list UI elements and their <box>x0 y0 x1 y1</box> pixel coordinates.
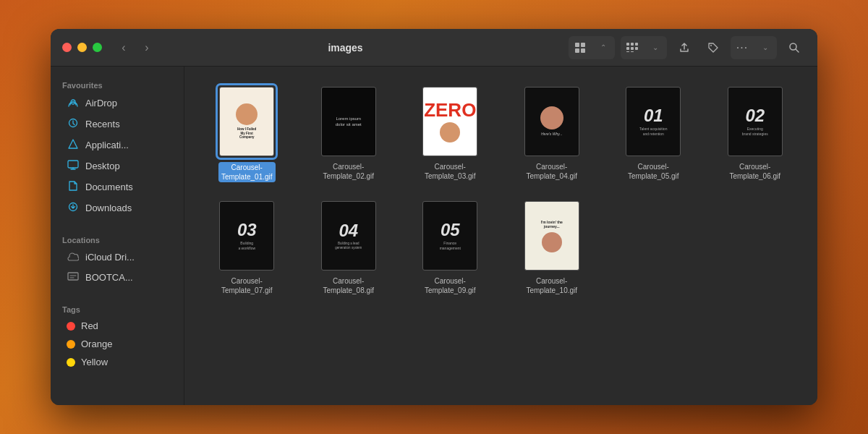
window-body: Favourites AirDrop <box>51 67 817 405</box>
traffic-lights <box>62 43 102 52</box>
file-thumbnail-wrapper-6: 02 Executingbrand strategies <box>726 85 784 158</box>
airdrop-icon <box>67 96 80 110</box>
yellow-tag-dot <box>67 358 75 367</box>
downloads-label: Downloads <box>85 203 132 213</box>
svg-rect-2 <box>575 48 579 53</box>
applications-label: Applicati... <box>85 140 129 150</box>
file-item-8[interactable]: 04 Building a leadgeneration system Caro… <box>301 195 397 299</box>
file-item-1[interactable]: How I FailedMy FirstCompany Carousel-Tem… <box>199 81 295 187</box>
file-item-6[interactable]: 02 Executingbrand strategies Carousel-Te… <box>707 81 804 187</box>
gallery-chevron-button[interactable]: ⌄ <box>644 36 667 59</box>
file-item-7[interactable]: 03 Buildinga workflow Carousel-Template_… <box>199 195 295 299</box>
svg-rect-9 <box>635 47 638 50</box>
gallery-button[interactable] <box>621 36 644 59</box>
sidebar-item-downloads[interactable]: Downloads <box>55 197 179 218</box>
tags-header: Tags <box>51 299 184 317</box>
view-chevron-button[interactable]: ⌃ <box>592 36 615 59</box>
orange-tag-label: Orange <box>81 339 112 349</box>
more-button[interactable]: ··· <box>731 36 754 59</box>
documents-icon <box>67 180 80 194</box>
red-tag-dot <box>67 322 75 331</box>
sidebar-item-bootcamp[interactable]: BOOTCA... <box>55 267 179 288</box>
bootcamp-icon <box>67 271 80 284</box>
file-thumbnail-wrapper-7: 03 Buildinga workflow <box>218 200 276 272</box>
sidebar-item-airdrop[interactable]: AirDrop <box>55 93 179 114</box>
svg-rect-1 <box>581 43 585 47</box>
titlebar: ‹ › images ⌃ <box>51 29 817 67</box>
file-thumbnail-2: Lorem ipsumdolor sit amet <box>321 87 376 156</box>
file-item-3[interactable]: ZERO Carousel-Template_03.gif <box>402 81 498 187</box>
file-item-9[interactable]: 05 Financemanagement Carousel-Template_0… <box>402 195 498 299</box>
svg-rect-17 <box>68 161 78 168</box>
separator-2 <box>51 288 184 299</box>
sidebar-item-icloud[interactable]: iCloud Dri... <box>55 247 179 267</box>
file-name-4: Carousel-Template_04.gif <box>526 162 577 181</box>
sidebar-item-desktop[interactable]: Desktop <box>55 156 179 176</box>
more-chevron-button[interactable]: ⌄ <box>754 36 777 59</box>
documents-label: Documents <box>85 182 133 192</box>
window-title: images <box>122 42 569 54</box>
sidebar-item-documents[interactable]: Documents <box>55 176 179 197</box>
file-name-2: Carousel-Template_02.gif <box>323 162 374 181</box>
file-thumbnail-7: 03 Buildinga workflow <box>219 201 274 271</box>
yellow-tag-label: Yellow <box>81 357 108 367</box>
sidebar-item-tag-red[interactable]: Red <box>55 317 179 335</box>
file-thumbnail-wrapper-3: ZERO <box>421 85 479 158</box>
downloads-icon <box>67 201 80 215</box>
search-button[interactable] <box>783 36 806 59</box>
svg-point-12 <box>710 45 712 46</box>
svg-rect-7 <box>626 47 629 50</box>
file-thumbnail-wrapper-1: How I FailedMy FirstCompany <box>218 85 276 158</box>
file-name-7: Carousel-Template_07.gif <box>221 276 273 295</box>
svg-rect-4 <box>626 43 629 46</box>
sidebar-item-recents[interactable]: Recents <box>55 114 179 135</box>
airdrop-label: AirDrop <box>85 98 117 109</box>
recents-label: Recents <box>85 119 120 129</box>
file-thumbnail-5: 01 Talent acquisitionand retention <box>626 87 681 156</box>
red-tag-label: Red <box>81 320 98 331</box>
icloud-label: iCloud Dri... <box>85 252 135 263</box>
file-thumbnail-10: I'm lovin' thejourney... <box>524 201 579 271</box>
desktop-icon <box>67 159 80 173</box>
file-thumbnail-wrapper-2: Lorem ipsumdolor sit amet <box>320 85 378 158</box>
file-item-4[interactable]: Here's Why... Carousel-Template_04.gif <box>504 81 600 187</box>
file-thumbnail-8: 04 Building a leadgeneration system <box>321 201 376 271</box>
view-grid-button[interactable] <box>569 36 592 59</box>
file-item-10[interactable]: I'm lovin' thejourney... Carousel-Templa… <box>504 195 600 299</box>
gallery-toggle-group: ⌄ <box>621 36 667 59</box>
svg-rect-3 <box>581 48 585 53</box>
sidebar-item-tag-orange[interactable]: Orange <box>55 335 179 353</box>
applications-icon <box>67 138 80 152</box>
minimize-button[interactable] <box>77 43 87 52</box>
share-button[interactable] <box>673 36 696 59</box>
more-toggle-group: ··· ⌄ <box>731 36 777 59</box>
svg-rect-10 <box>626 51 629 52</box>
file-name-10: Carousel-Template_10.gif <box>526 276 577 295</box>
recents-icon <box>67 117 80 131</box>
locations-header: Locations <box>51 230 184 247</box>
file-thumbnail-wrapper-8: 04 Building a leadgeneration system <box>320 200 378 272</box>
file-name-1: Carousel-Template_01.gif <box>218 162 276 182</box>
file-thumbnail-wrapper-10: I'm lovin' thejourney... <box>523 200 581 272</box>
main-content: How I FailedMy FirstCompany Carousel-Tem… <box>184 67 817 405</box>
maximize-button[interactable] <box>93 43 102 52</box>
view-toggle-group: ⌃ <box>569 36 615 59</box>
icloud-icon <box>67 251 80 263</box>
file-thumbnail-wrapper-9: 05 Financemanagement <box>421 200 479 272</box>
files-grid: How I FailedMy FirstCompany Carousel-Tem… <box>199 81 803 299</box>
file-name-3: Carousel-Template_03.gif <box>425 162 476 181</box>
tag-button[interactable] <box>702 36 725 59</box>
file-name-6: Carousel-Template_06.gif <box>729 162 780 181</box>
desktop-label: Desktop <box>85 161 120 171</box>
file-thumbnail-1: How I FailedMy FirstCompany <box>219 87 274 156</box>
svg-rect-6 <box>635 43 638 46</box>
file-thumbnail-wrapper-4: Here's Why... <box>523 85 581 158</box>
sidebar-item-tag-yellow[interactable]: Yellow <box>55 353 179 371</box>
sidebar-item-applications[interactable]: Applicati... <box>55 135 179 156</box>
file-item-2[interactable]: Lorem ipsumdolor sit amet Carousel-Templ… <box>301 81 397 187</box>
file-thumbnail-3: ZERO <box>422 87 477 156</box>
separator-1 <box>51 218 184 230</box>
close-button[interactable] <box>62 43 72 52</box>
file-item-5[interactable]: 01 Talent acquisitionand retention Carou… <box>605 81 702 187</box>
toolbar-right: ⌃ ⌄ <box>569 36 806 59</box>
